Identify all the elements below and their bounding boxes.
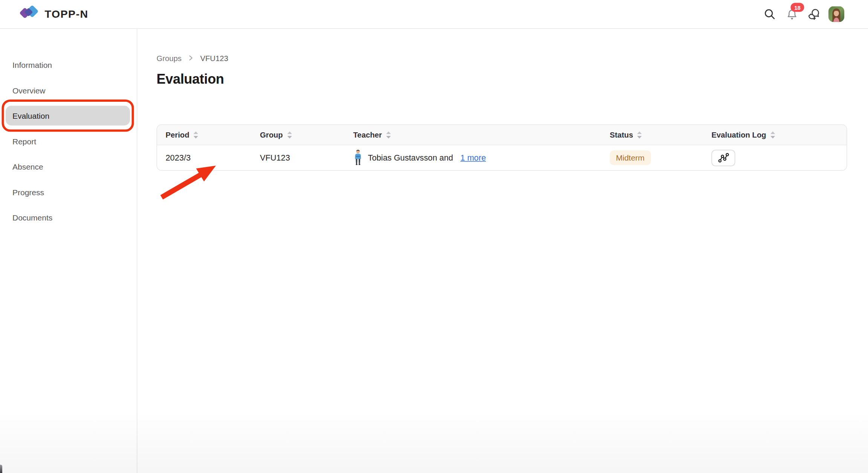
notifications-button[interactable]: 18 [784,7,799,21]
cell-evaluation-log [703,150,847,166]
sidebar-item-evaluation-wrap: Evaluation [0,103,137,129]
user-avatar[interactable] [828,6,844,22]
sidebar-item-progress[interactable]: Progress [0,179,137,205]
sidebar-item-absence[interactable]: Absence [0,154,137,179]
table-header-row: Period Group Teacher [157,125,847,145]
chat-icon[interactable] [807,8,821,21]
evaluation-table: Period Group Teacher [157,124,847,171]
app-viewport: TOPP-N 18 [0,0,868,473]
teacher-avatar [353,149,363,167]
chevron-right-icon [188,54,194,63]
cell-period: 2023/3 [157,153,252,162]
evaluation-log-button[interactable] [712,150,735,166]
page-title: Evaluation [157,71,847,87]
cell-teacher: Tobias Gustavsson and 1 more [345,149,601,167]
sort-icon [193,131,199,139]
sort-icon [770,131,775,139]
breadcrumb-groups[interactable]: Groups [157,54,182,63]
column-header-group[interactable]: Group [252,131,345,139]
brand-logo[interactable]: TOPP-N [19,4,89,24]
search-icon[interactable] [763,8,776,21]
sort-icon [287,131,292,139]
column-header-status[interactable]: Status [601,131,703,139]
sidebar-item-evaluation[interactable]: Evaluation [6,106,130,126]
cell-group: VFU123 [252,153,345,162]
sidebar-item-documents[interactable]: Documents [0,205,137,230]
brand-diamonds-icon [19,4,40,24]
brand-name: TOPP-N [45,8,89,20]
bottom-left-widget-edge [0,465,2,473]
column-header-teacher[interactable]: Teacher [345,131,601,139]
column-header-evaluation-log[interactable]: Evaluation Log [703,131,847,139]
sort-icon [386,131,391,139]
cell-status: Midterm [601,150,703,165]
breadcrumb-current: VFU123 [200,54,228,63]
sidebar: Information Overview Evaluation Report A… [0,29,138,473]
sidebar-item-report[interactable]: Report [0,129,137,154]
status-badge: Midterm [610,150,651,165]
top-bar: TOPP-N 18 [0,0,868,29]
sidebar-item-information[interactable]: Information [0,52,137,78]
notification-count-badge: 18 [791,3,804,12]
breadcrumb: Groups VFU123 [157,54,847,63]
main-content: Groups VFU123 Evaluation Period [138,29,868,473]
teacher-more-link[interactable]: 1 more [460,153,486,162]
column-header-period[interactable]: Period [157,131,252,139]
sidebar-item-overview[interactable]: Overview [0,78,137,103]
table-row: 2023/3 VFU123 [157,145,847,170]
teacher-names: Tobias Gustavsson and [368,153,453,162]
sort-icon [637,131,642,139]
topbar-actions: 18 [763,6,844,22]
activity-graph-icon [717,153,729,163]
